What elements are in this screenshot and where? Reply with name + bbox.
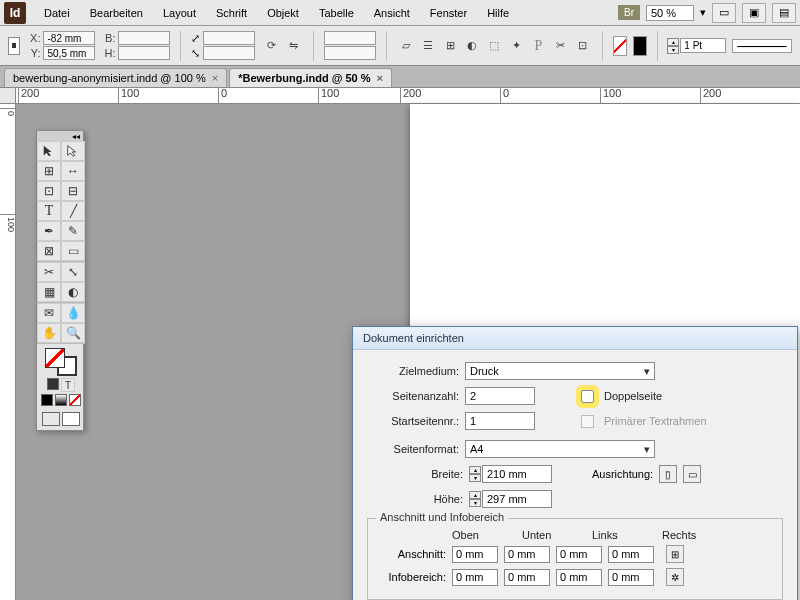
menu-objekt[interactable]: Objekt: [257, 3, 309, 23]
w-field[interactable]: [118, 31, 170, 45]
seitenformat-select[interactable]: A4 ▾: [465, 440, 655, 458]
anschnitt-links-field[interactable]: [556, 546, 602, 563]
stroke-up-icon[interactable]: ▴: [667, 38, 679, 46]
spin-down-icon[interactable]: ▾: [469, 474, 481, 482]
orientation-landscape-button[interactable]: ▭: [683, 465, 701, 483]
chevron-down-icon[interactable]: ▾: [700, 6, 706, 19]
tools-collapse[interactable]: ◂◂: [37, 131, 83, 141]
tab-document-1[interactable]: bewerbung-anonymisiert.indd @ 100 %×: [4, 68, 227, 87]
x-field[interactable]: [43, 31, 95, 45]
content-collector-tool[interactable]: ⊡: [37, 181, 61, 201]
gradient-mode-icon[interactable]: [55, 394, 67, 406]
corner-icon[interactable]: ⬚: [484, 36, 504, 56]
bridge-badge[interactable]: Br: [618, 5, 640, 20]
gap-tool[interactable]: ↔: [61, 161, 85, 181]
link-anschnitt-button[interactable]: ⊞: [666, 545, 684, 563]
screen-mode-button[interactable]: ▣: [742, 3, 766, 23]
menu-hilfe[interactable]: Hilfe: [477, 3, 519, 23]
stroke-swatch[interactable]: [613, 36, 627, 56]
zielmedium-select[interactable]: Druck ▾: [465, 362, 655, 380]
doppelseite-checkbox[interactable]: [581, 390, 594, 403]
link-infobereich-button[interactable]: ✲: [666, 568, 684, 586]
scale-x-field[interactable]: [203, 31, 255, 45]
hand-tool[interactable]: ✋: [37, 323, 61, 343]
wrap-icon[interactable]: ◐: [462, 36, 482, 56]
menu-ansicht[interactable]: Ansicht: [364, 3, 420, 23]
shear-field[interactable]: [324, 46, 376, 60]
menu-fenster[interactable]: Fenster: [420, 3, 477, 23]
pencil-tool[interactable]: ✎: [61, 221, 85, 241]
menu-bearbeiten[interactable]: Bearbeiten: [80, 3, 153, 23]
note-tool[interactable]: ✉: [37, 303, 61, 323]
anschnitt-unten-field[interactable]: [504, 546, 550, 563]
type-tool[interactable]: T: [37, 201, 61, 221]
pen-tool[interactable]: ✒: [37, 221, 61, 241]
menu-layout[interactable]: Layout: [153, 3, 206, 23]
spin-up-icon[interactable]: ▴: [469, 491, 481, 499]
anschnitt-rechts-field[interactable]: [608, 546, 654, 563]
stroke-weight-field[interactable]: [680, 38, 726, 53]
close-icon[interactable]: ×: [212, 72, 218, 84]
gradient-swatch-tool[interactable]: ▦: [37, 282, 61, 302]
infobereich-oben-field[interactable]: [452, 569, 498, 586]
close-icon[interactable]: ×: [377, 72, 383, 84]
flip-h-icon[interactable]: ⇋: [283, 36, 303, 56]
none-mode-icon[interactable]: [69, 394, 81, 406]
orientation-portrait-button[interactable]: ▯: [659, 465, 677, 483]
flip-v-icon[interactable]: ▱: [396, 36, 416, 56]
content-placer-tool[interactable]: ⊟: [61, 181, 85, 201]
preview-view-icon[interactable]: [62, 412, 80, 426]
tab-document-2[interactable]: *Bewerbung.indd @ 50 %×: [229, 68, 392, 87]
h-field[interactable]: [118, 46, 170, 60]
menu-tabelle[interactable]: Tabelle: [309, 3, 364, 23]
scissors-tool[interactable]: ✂: [37, 262, 61, 282]
menu-datei[interactable]: Datei: [34, 3, 80, 23]
menu-schrift[interactable]: Schrift: [206, 3, 257, 23]
scale-y-field[interactable]: [203, 46, 255, 60]
startseite-field[interactable]: [465, 412, 535, 430]
spin-down-icon[interactable]: ▾: [469, 499, 481, 507]
anschnitt-oben-field[interactable]: [452, 546, 498, 563]
stroke-down-icon[interactable]: ▾: [667, 46, 679, 54]
infobereich-unten-field[interactable]: [504, 569, 550, 586]
eyedropper-tool[interactable]: 💧: [61, 303, 85, 323]
y-field[interactable]: [43, 46, 95, 60]
rectangle-frame-tool[interactable]: ⊠: [37, 241, 61, 261]
align-icon[interactable]: ☰: [418, 36, 438, 56]
hoehe-field[interactable]: [482, 490, 552, 508]
fill-color-icon[interactable]: [45, 348, 65, 368]
zoom-tool[interactable]: 🔍: [61, 323, 85, 343]
page-tool[interactable]: ⊞: [37, 161, 61, 181]
arrange-button[interactable]: ▤: [772, 3, 796, 23]
seitenanzahl-field[interactable]: [465, 387, 535, 405]
free-transform-tool[interactable]: ⤡: [61, 262, 85, 282]
pathfind-icon[interactable]: ✂: [550, 36, 570, 56]
rotate-field[interactable]: [324, 31, 376, 45]
line-tool[interactable]: ╱: [61, 201, 85, 221]
direct-selection-tool[interactable]: [61, 141, 85, 161]
reference-point-icon[interactable]: [8, 37, 20, 55]
spin-up-icon[interactable]: ▴: [469, 466, 481, 474]
fill-stroke-swatch[interactable]: [45, 348, 77, 376]
gradient-feather-tool[interactable]: ◐: [61, 282, 85, 302]
view-mode-button[interactable]: ▭: [712, 3, 736, 23]
formatting-text-icon[interactable]: T: [61, 378, 75, 392]
rectangle-tool[interactable]: ▭: [61, 241, 85, 261]
selection-tool[interactable]: [37, 141, 61, 161]
stroke-style-select[interactable]: [732, 39, 792, 53]
distrib-icon[interactable]: ⊞: [440, 36, 460, 56]
infobereich-rechts-field[interactable]: [608, 569, 654, 586]
normal-view-icon[interactable]: [42, 412, 60, 426]
fill-swatch[interactable]: [633, 36, 647, 56]
effects-icon[interactable]: ✦: [506, 36, 526, 56]
ruler-origin[interactable]: [0, 88, 16, 104]
rotate-icon[interactable]: ⟳: [261, 36, 281, 56]
apply-color-icon[interactable]: [47, 378, 59, 390]
ruler-vertical: 0 100: [0, 104, 16, 600]
transform-icon[interactable]: ⊡: [572, 36, 592, 56]
breite-field[interactable]: [482, 465, 552, 483]
color-mode-icon[interactable]: [41, 394, 53, 406]
infobereich-links-field[interactable]: [556, 569, 602, 586]
p-icon[interactable]: P: [528, 36, 548, 56]
zoom-field[interactable]: [646, 5, 694, 21]
